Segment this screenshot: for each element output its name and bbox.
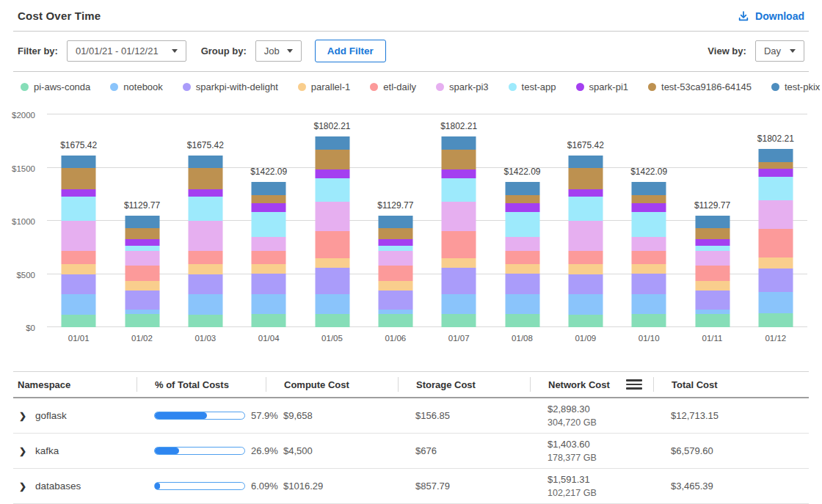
bar-segment-etl-daily[interactable] (62, 251, 96, 265)
bar-01/04[interactable] (252, 182, 286, 327)
bar-segment-sparkpi-with-delight[interactable] (315, 268, 349, 294)
bar-segment-test-pkix[interactable] (315, 136, 349, 150)
bar-segment-notebook[interactable] (695, 310, 730, 315)
bar-segment-test-53ca9186-64145[interactable] (378, 228, 412, 239)
bar-segment-pi-aws-conda[interactable] (758, 313, 793, 327)
bar-segment-test-53ca9186-64145[interactable] (505, 195, 539, 203)
bar-segment-test-app[interactable] (758, 177, 793, 200)
bar-segment-test-53ca9186-64145[interactable] (188, 168, 222, 190)
bar-segment-sparkpi-with-delight[interactable] (62, 274, 96, 294)
bar-segment-spark-pi1[interactable] (568, 189, 603, 197)
bar-segment-sparkpi-with-delight[interactable] (758, 269, 793, 292)
bar-segment-spark-pi3[interactable] (252, 237, 286, 251)
bar-segment-spark-pi3[interactable] (568, 221, 603, 251)
bar-segment-test-53ca9186-64145[interactable] (695, 228, 730, 239)
bar-segment-spark-pi1[interactable] (315, 169, 349, 178)
bar-segment-test-pkix[interactable] (568, 156, 603, 167)
bar-segment-pi-aws-conda[interactable] (125, 314, 159, 327)
bar-segment-notebook[interactable] (62, 294, 96, 314)
legend-item-test-pkix[interactable]: test-pkix (771, 81, 820, 92)
bar-segment-test-app[interactable] (505, 212, 539, 236)
bar-01/05[interactable] (315, 136, 349, 327)
bar-segment-test-53ca9186-64145[interactable] (315, 150, 349, 169)
bar-segment-test-53ca9186-64145[interactable] (125, 228, 159, 239)
bar-segment-test-pkix[interactable] (188, 156, 222, 167)
bar-segment-spark-pi1[interactable] (188, 189, 222, 197)
bar-segment-spark-pi3[interactable] (442, 202, 476, 231)
bar-segment-sparkpi-with-delight[interactable] (378, 291, 412, 310)
bar-segment-test-app[interactable] (125, 246, 159, 251)
bar-segment-test-pkix[interactable] (62, 156, 96, 167)
bar-segment-test-pkix[interactable] (125, 216, 159, 228)
legend-item-pi-aws-conda[interactable]: pi-aws-conda (21, 81, 90, 92)
bar-segment-spark-pi1[interactable] (252, 203, 286, 213)
bar-segment-pi-aws-conda[interactable] (252, 314, 286, 327)
row-expander-icon[interactable]: ❯ (19, 481, 26, 492)
bar-segment-parallel-1[interactable] (695, 281, 730, 291)
legend-item-test-app[interactable]: test-app (509, 81, 556, 92)
bar-segment-spark-pi3[interactable] (378, 251, 412, 266)
bar-segment-pi-aws-conda[interactable] (442, 314, 476, 327)
bar-segment-test-pkix[interactable] (378, 216, 412, 228)
bar-segment-notebook[interactable] (632, 294, 666, 314)
bar-01/06[interactable] (378, 216, 412, 327)
bar-segment-test-pkix[interactable] (632, 182, 666, 195)
bar-segment-etl-daily[interactable] (378, 266, 412, 281)
bar-segment-etl-daily[interactable] (442, 231, 476, 258)
bar-01/02[interactable] (125, 216, 159, 327)
bar-segment-test-53ca9186-64145[interactable] (758, 162, 793, 169)
bar-segment-etl-daily[interactable] (758, 229, 793, 258)
add-filter-button[interactable]: Add Filter (315, 40, 386, 62)
bar-segment-test-53ca9186-64145[interactable] (62, 168, 96, 190)
bar-segment-etl-daily[interactable] (315, 231, 349, 258)
bar-segment-test-pkix[interactable] (758, 149, 793, 163)
table-row-kafka[interactable]: ❯kafka26.9%$4,500$676$1,403.60178,377 GB… (13, 434, 809, 469)
bar-segment-sparkpi-with-delight[interactable] (125, 291, 159, 310)
bar-segment-parallel-1[interactable] (62, 264, 96, 274)
bar-segment-test-pkix[interactable] (252, 182, 286, 195)
bar-segment-etl-daily[interactable] (505, 251, 539, 265)
bar-segment-pi-aws-conda[interactable] (378, 314, 412, 327)
bar-segment-pi-aws-conda[interactable] (315, 314, 349, 327)
bar-segment-notebook[interactable] (378, 310, 412, 315)
bar-segment-pi-aws-conda[interactable] (505, 314, 539, 327)
bar-segment-etl-daily[interactable] (188, 251, 222, 265)
bar-segment-parallel-1[interactable] (632, 264, 666, 274)
bar-01/07[interactable] (442, 136, 476, 327)
bar-segment-spark-pi3[interactable] (188, 221, 222, 251)
bar-segment-test-53ca9186-64145[interactable] (442, 150, 476, 169)
bar-segment-pi-aws-conda[interactable] (632, 314, 666, 327)
bar-segment-spark-pi3[interactable] (315, 202, 349, 231)
table-row-goflask[interactable]: ❯goflask57.9%$9,658$156.85$2,898.30304,7… (13, 398, 809, 434)
bar-segment-sparkpi-with-delight[interactable] (188, 274, 222, 294)
bar-segment-spark-pi3[interactable] (695, 251, 730, 266)
bar-segment-sparkpi-with-delight[interactable] (505, 274, 539, 294)
column-settings-icon[interactable] (625, 378, 644, 391)
bar-segment-test-pkix[interactable] (505, 182, 539, 195)
table-row-databases[interactable]: ❯databases6.09%$1016.29$857.79$1,591.311… (13, 469, 809, 504)
bar-segment-sparkpi-with-delight[interactable] (252, 274, 286, 294)
bar-segment-test-pkix[interactable] (695, 216, 730, 228)
bar-segment-test-app[interactable] (378, 246, 412, 251)
bar-segment-spark-pi1[interactable] (442, 169, 476, 178)
bar-segment-test-app[interactable] (188, 197, 222, 220)
row-expander-icon[interactable]: ❯ (19, 411, 26, 421)
bar-segment-parallel-1[interactable] (505, 264, 539, 274)
bar-segment-notebook[interactable] (568, 294, 603, 314)
bar-segment-test-app[interactable] (62, 197, 96, 220)
bar-segment-test-app[interactable] (315, 178, 349, 202)
bar-01/10[interactable] (632, 182, 666, 327)
bar-segment-spark-pi3[interactable] (125, 251, 159, 266)
bar-segment-parallel-1[interactable] (252, 264, 286, 274)
legend-item-parallel-1[interactable]: parallel-1 (298, 81, 350, 92)
bar-segment-test-app[interactable] (568, 197, 603, 220)
bar-01/03[interactable] (188, 156, 222, 327)
bar-segment-test-53ca9186-64145[interactable] (252, 195, 286, 203)
bar-segment-etl-daily[interactable] (695, 266, 730, 281)
bar-segment-spark-pi3[interactable] (505, 237, 539, 251)
bar-segment-pi-aws-conda[interactable] (695, 314, 730, 327)
bar-segment-parallel-1[interactable] (125, 281, 159, 291)
bar-01/09[interactable] (568, 156, 603, 327)
bar-segment-notebook[interactable] (188, 294, 222, 314)
bar-segment-sparkpi-with-delight[interactable] (568, 274, 603, 294)
